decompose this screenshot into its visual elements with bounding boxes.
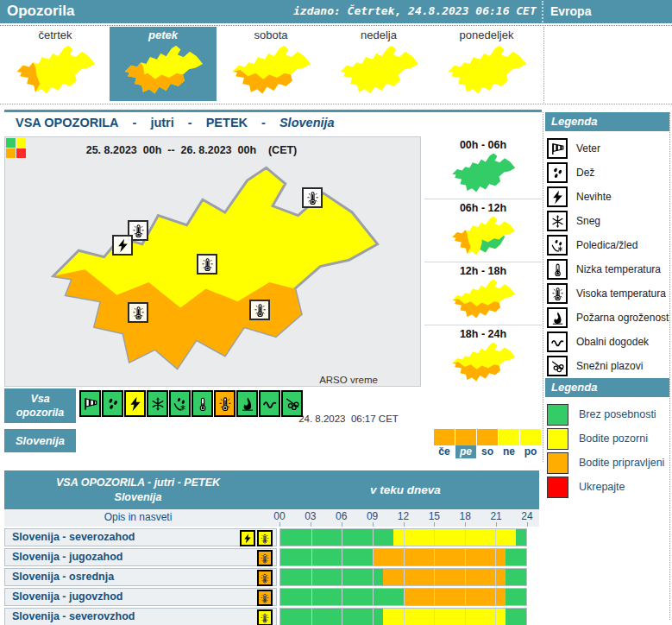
day-square-ne[interactable]: ne xyxy=(499,429,519,458)
hour-label-06: 06 xyxy=(336,510,347,522)
divider xyxy=(0,25,672,26)
day-tab-label: četrtek xyxy=(2,27,109,42)
dez-icon-box xyxy=(547,162,568,183)
title-tomorrow: jutri xyxy=(150,116,173,129)
hour-label-03: 03 xyxy=(305,510,316,522)
day-square-label: so xyxy=(477,445,498,458)
time-of-day-panels: 00h - 06h06h - 12h12h - 18h18h - 24h xyxy=(424,136,542,387)
time-panel-18h-24h: 18h - 24h xyxy=(424,325,542,388)
day-tab-četrtek[interactable]: četrtek xyxy=(2,27,109,101)
time-panel-label: 06h - 12h xyxy=(424,199,542,214)
timeline-gridline xyxy=(495,529,496,546)
all-warnings-button[interactable]: Vsa opozorila xyxy=(4,388,76,423)
time-panel-label: 00h - 06h xyxy=(424,136,542,151)
strip-veter[interactable] xyxy=(79,390,101,417)
row-region-label: Slovenija - severovzhod xyxy=(4,608,277,625)
day-tab-label: nedelja xyxy=(325,27,432,42)
timeline-gridline xyxy=(342,549,342,565)
source-line1: ARSO vreme xyxy=(288,374,409,387)
visoka-temperatura-icon xyxy=(131,224,146,238)
timeline-gridline xyxy=(342,529,342,546)
visoka-temperatura-icon xyxy=(131,306,146,320)
strip-pozarna-ogrozenost[interactable] xyxy=(236,390,258,417)
day-square-label: ne xyxy=(499,445,519,458)
strip-nevihte[interactable] xyxy=(124,390,146,417)
timeline-gridline xyxy=(465,529,466,546)
timeline-gridline xyxy=(342,589,342,605)
timeline-gridline xyxy=(465,549,466,565)
legend-item-label: Visoka temperatura xyxy=(576,287,666,300)
nizka-temperatura-icon xyxy=(550,262,565,277)
strip-snezni-plazovi[interactable] xyxy=(281,390,303,417)
slovenia-minimap xyxy=(115,44,211,98)
strip-sneg[interactable] xyxy=(147,390,168,417)
level-label: Brez posebnosti xyxy=(579,408,656,420)
legend-item-pozarna-ogrozenost: Požarna ogroženost xyxy=(545,306,669,330)
title-day: PETEK xyxy=(206,116,248,129)
level-swatch xyxy=(547,477,568,498)
day-square-pe[interactable]: pe xyxy=(455,429,476,458)
timeline-gridline xyxy=(404,569,405,585)
timeline-gridline xyxy=(495,609,496,625)
table-header-right: v teku dneva xyxy=(272,470,539,509)
poledica-icon xyxy=(173,396,188,412)
pozarna-ogrozenost-icon xyxy=(550,311,565,325)
row-timeline xyxy=(279,528,527,546)
day-square-če[interactable]: če xyxy=(434,429,455,458)
map-period-label: 25. 8.2023 00h -- 26. 8.2023 00h (CET) xyxy=(45,144,338,156)
hour-tick xyxy=(311,522,311,527)
level-swatch xyxy=(547,428,568,450)
timeline-gridline xyxy=(404,529,405,546)
day-tab-petek[interactable]: petek xyxy=(110,27,217,101)
table-title-line2: Slovenija xyxy=(4,490,272,505)
strip-poledica[interactable] xyxy=(169,390,191,417)
europe-link[interactable]: Evropa xyxy=(550,4,591,18)
nevihte-icon xyxy=(550,190,565,205)
timeline-gridline xyxy=(342,569,342,585)
visoka-temperatura-icon-box xyxy=(547,283,568,304)
warnings-page: Opozorila izdano: Četrtek, 24.8.2023 06:… xyxy=(0,0,672,625)
day-square-so[interactable]: so xyxy=(477,429,498,458)
strip-nizka-temperatura[interactable] xyxy=(192,390,213,417)
strip-obalni-dogodek[interactable] xyxy=(259,390,280,417)
day-square-color xyxy=(477,429,498,445)
divider xyxy=(0,104,672,104)
day-tab-ponedeljek[interactable]: ponedeljek xyxy=(433,27,540,101)
visoka-temperatura-icon xyxy=(305,191,320,205)
legend-level-item: Bodite pozorni xyxy=(545,426,669,451)
slovenia-minimap xyxy=(445,278,521,321)
obalni-dogodek-icon xyxy=(550,335,565,350)
warnings-table: VSA OPOZORILA - jutri - PETEK Slovenija … xyxy=(4,470,539,625)
day-square-po[interactable]: po xyxy=(520,429,541,458)
visoka-temperatura-icon xyxy=(260,613,270,623)
legend-item-visoka-temperatura: Visoka temperatura xyxy=(545,281,669,306)
region-button[interactable]: Slovenija xyxy=(4,429,76,452)
timeline-gridline xyxy=(342,609,342,625)
day-tab-sobota[interactable]: sobota xyxy=(217,27,324,101)
timeline-segment xyxy=(506,549,526,565)
level-label: Bodite pripravljeni xyxy=(579,457,664,469)
legend-item-label: Dež xyxy=(576,167,594,179)
snezni-plazovi-icon xyxy=(285,396,300,412)
table-rows: Slovenija - severozahodSlovenija - jugoz… xyxy=(4,528,539,625)
day-square-color xyxy=(499,429,519,445)
level-label: Bodite pozorni xyxy=(579,432,648,445)
legend-item-nizka-temperatura: Nizka temperatura xyxy=(545,257,669,281)
row-timeline xyxy=(279,568,527,586)
hour-tick xyxy=(434,522,435,527)
legend-level-item: Brez posebnosti xyxy=(545,402,669,426)
day-tab-nedelja[interactable]: nedelja xyxy=(325,27,432,101)
timeline-segment xyxy=(383,609,506,625)
legend-item-label: Nevihte xyxy=(576,191,612,203)
strip-visoka-temperatura[interactable] xyxy=(214,390,236,417)
corner-legend-swatch xyxy=(6,138,16,148)
dez-icon xyxy=(105,396,121,412)
timeline-segment xyxy=(280,529,393,546)
legend-item-label: Veter xyxy=(576,142,600,155)
title-all-warnings: VSA OPOZORILA xyxy=(16,116,119,129)
table-row: Slovenija - jugovzhod xyxy=(4,588,539,606)
visoka-temperatura-icon xyxy=(217,396,233,412)
strip-dez[interactable] xyxy=(102,390,123,417)
nevihte-icon xyxy=(128,396,143,412)
row-region-label: Slovenija - jugovzhod xyxy=(4,588,277,606)
